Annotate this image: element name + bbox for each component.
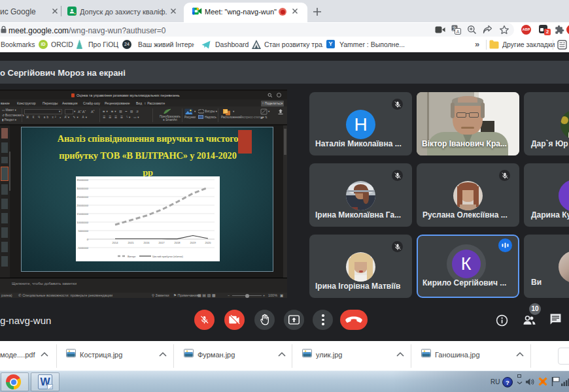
svg-text:25000000: 25000000 — [77, 195, 89, 199]
svg-text:5000000: 5000000 — [78, 229, 88, 233]
svg-text:A: A — [457, 29, 460, 34]
svg-text:20000000: 20000000 — [77, 204, 89, 207]
svg-text:Виторг: Виторг — [128, 255, 136, 258]
svg-text:15000000: 15000000 — [77, 212, 89, 216]
svg-text:2015: 2015 — [128, 241, 135, 244]
svg-text:30000000: 30000000 — [77, 187, 89, 190]
svg-text:35000000: 35000000 — [77, 178, 89, 182]
svg-text:Чистий прибуток (збиток): Чистий прибуток (збиток) — [152, 255, 183, 258]
svg-text:2017: 2017 — [159, 241, 165, 244]
svg-text:2014: 2014 — [112, 241, 119, 244]
svg-text:2019: 2019 — [190, 241, 197, 244]
svg-text:2018: 2018 — [175, 241, 181, 244]
svg-text:-5000000: -5000000 — [77, 246, 89, 250]
svg-text:2020: 2020 — [205, 241, 212, 244]
svg-text:2016: 2016 — [144, 241, 150, 244]
svg-text:10000000: 10000000 — [77, 221, 89, 224]
